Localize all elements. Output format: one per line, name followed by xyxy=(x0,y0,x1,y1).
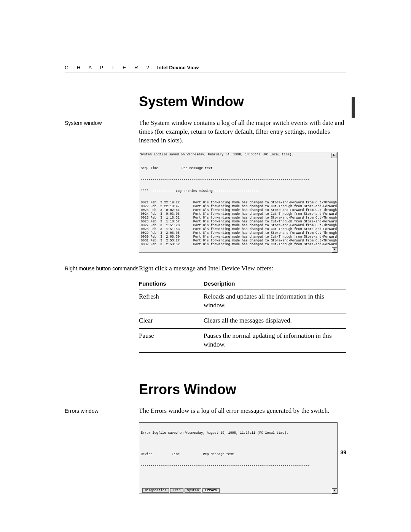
log-row[interactable]: 0032 Feb 3 2:53:52 Port 8's forwarding m… xyxy=(141,243,336,246)
running-header: C H A P T E R 2 Intel Device View xyxy=(65,65,346,72)
function-desc: Clears all the messages displayed. xyxy=(204,313,346,329)
side-label-system: System window xyxy=(65,119,139,127)
system-log-missing: **** ----------- Log entries missing ---… xyxy=(141,189,336,193)
table-row: ClearClears all the messages displayed. xyxy=(139,313,346,329)
system-log-columns: Seq. Time Rep Message text xyxy=(141,166,336,170)
log-row[interactable]: 0023 Feb 3 0:02:41 Port 8's forwarding m… xyxy=(141,208,336,212)
log-row[interactable]: 0022 Feb 2 22:19:47 Port 8's forwarding … xyxy=(141,204,336,208)
page-number: 39 xyxy=(340,449,346,455)
log-row[interactable]: 0031 Feb 3 2:53:27 Port 8's forwarding m… xyxy=(141,239,336,243)
side-label-rclick: Right mouse button commands xyxy=(65,264,139,273)
log-row[interactable]: 0021 Feb 2 22:19:22 Port 8's forwarding … xyxy=(141,201,336,204)
log-row[interactable]: 0024 Feb 3 0:03:06 Port 8's forwarding m… xyxy=(141,212,336,216)
heading-errors-window: Errors Window xyxy=(139,382,236,398)
heading-system-window: System Window xyxy=(139,94,244,110)
functions-table: Functions Description RefreshReloads and… xyxy=(139,278,346,353)
log-row[interactable]: 0028 Feb 3 1:51:53 Port 8's forwarding m… xyxy=(141,227,336,231)
table-row: PausePauses the normal updating of infor… xyxy=(139,329,346,353)
chapter-title: Intel Device View xyxy=(157,65,199,70)
paragraph-system: The System window contains a log of all … xyxy=(139,119,346,145)
tab-errors[interactable]: Errors xyxy=(202,488,220,493)
function-desc: Reloads and updates all the information … xyxy=(204,289,346,313)
table-row: RefreshReloads and updates all the infor… xyxy=(139,289,346,313)
rclick-intro: Right click a message and Intel Device V… xyxy=(139,264,346,273)
scroll-up-button[interactable]: ▲ xyxy=(331,153,336,158)
col-functions: Functions xyxy=(139,278,204,289)
scroll-down-button[interactable]: ▼ xyxy=(332,488,337,494)
screenshot-system-log: System logfile saved on Wednesday, Febru… xyxy=(139,152,338,253)
function-desc: Pauses the normal updating of informatio… xyxy=(204,329,346,353)
log-row[interactable]: 0029 Feb 3 2:06:05 Port 8's forwarding m… xyxy=(141,231,336,235)
chapter-word: C H A P T E R 2 xyxy=(65,65,153,70)
col-description: Description xyxy=(204,278,346,289)
errors-log-columns: Device Time Rep Message text xyxy=(141,452,336,456)
errors-log-title: Error logfile saved on Wednesday, August… xyxy=(141,431,336,435)
function-name: Refresh xyxy=(139,289,204,313)
log-row[interactable]: 0027 Feb 3 1:51:28 Port 8's forwarding m… xyxy=(141,224,336,227)
tab-trap[interactable]: Trap xyxy=(170,488,183,493)
system-log-title: System logfile saved on Wednesday, Febru… xyxy=(140,153,293,157)
scroll-down-button[interactable]: ▼ xyxy=(332,247,337,252)
chapter-tab-marker xyxy=(352,97,355,118)
log-row[interactable]: 0025 Feb 3 1:18:32 Port 8's forwarding m… xyxy=(141,216,336,220)
function-name: Pause xyxy=(139,329,204,353)
log-row[interactable]: 0026 Feb 3 1:18:57 Port 8's forwarding m… xyxy=(141,220,336,224)
function-name: Clear xyxy=(139,313,204,329)
side-label-errors: Errors window xyxy=(65,407,139,415)
log-row[interactable]: 0030 Feb 3 2:06:30 Port 8's forwarding m… xyxy=(141,235,336,239)
tab-diagnostics[interactable]: Diagnostics xyxy=(142,488,169,493)
paragraph-errors: The Errors window is a log of all error … xyxy=(139,407,346,415)
screenshot-errors-log: Error logfile saved on Wednesday, August… xyxy=(139,422,338,494)
tab-system[interactable]: System xyxy=(185,488,202,493)
errors-log-rule: ----------------------------------------… xyxy=(141,464,336,468)
system-log-rule: ----------------------------------------… xyxy=(141,178,336,182)
